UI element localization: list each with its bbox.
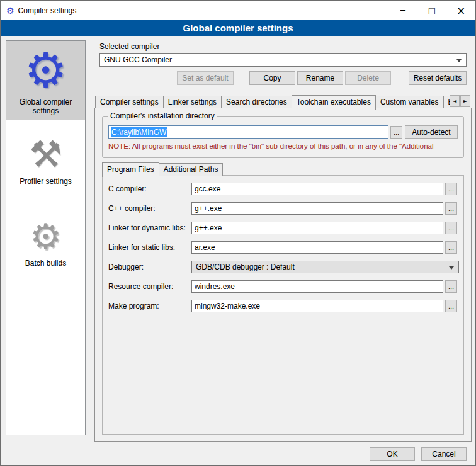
installation-directory-row: C:\raylib\MinGW ... Auto-detect [108,125,458,139]
tab-custom-variables[interactable]: Custom variables [375,96,444,108]
sidebar-item-global-compiler-settings[interactable]: ⚙ Global compiler settings [6,41,85,120]
tab-compiler-settings[interactable]: Compiler settings [95,96,164,108]
chevron-down-icon [456,59,462,62]
browse-directory-button[interactable]: ... [390,126,402,139]
field-row-dynamic-linker: Linker for dynamic libs: ... [108,222,459,234]
auto-detect-button[interactable]: Auto-detect [405,125,458,139]
debugger-dropdown[interactable]: GDB/CDB debugger : Default [191,261,459,273]
debugger-value: GDB/CDB debugger : Default [196,263,295,271]
sidebar-item-profiler-settings[interactable]: ⚒ Profiler settings [6,120,85,191]
browse-button[interactable]: ... [445,241,457,254]
note-text: NOTE: All programs must exist either in … [108,142,434,150]
cancel-button[interactable]: Cancel [421,447,467,461]
browse-button[interactable]: ... [445,300,457,312]
static-linker-input[interactable] [191,241,443,254]
field-row-resource-compiler: Resource compiler: ... [108,280,459,293]
selected-compiler-dropdown[interactable]: GNU GCC Compiler [99,53,467,67]
profiler-icon: ⚒ [8,132,84,177]
selected-compiler-value: GNU GCC Compiler [104,55,172,64]
tab-scroll-left-button[interactable]: ◄ [450,95,460,107]
tab-program-files[interactable]: Program Files [102,162,159,177]
field-row-make-program: Make program: ... [108,300,459,312]
delete-button[interactable]: Delete [345,71,391,85]
tab-linker-settings[interactable]: Linker settings [163,96,222,108]
field-row-c-compiler: C compiler: ... [108,183,459,195]
titlebar: ⚙ Compiler settings ─ □ × [1,1,475,20]
dynamic-linker-input[interactable] [191,222,443,234]
c-compiler-input[interactable] [191,183,443,195]
app-gear-icon: ⚙ [6,6,14,15]
gear-stack-icon: ⚙ [8,215,84,259]
installation-directory-group: Compiler's installation directory C:\ray… [102,116,464,158]
installation-directory-input[interactable]: C:\raylib\MinGW [108,125,388,139]
group-title: Compiler's installation directory [108,111,217,120]
tab-scroll-right-button[interactable]: ► [460,95,470,107]
compiler-settings-window: ⚙ Compiler settings ─ □ × Global compile… [0,0,476,466]
browse-button[interactable]: ... [445,222,457,234]
set-as-default-button[interactable]: Set as default [177,71,234,85]
main-tab-strip: Compiler settings Linker settings Search… [95,95,462,108]
sidebar-item-label: Profiler settings [20,177,72,186]
browse-button[interactable]: ... [445,280,457,293]
make-program-input[interactable] [191,300,443,312]
selected-text: C:\raylib\MinGW [111,127,167,137]
field-label: Linker for dynamic libs: [108,224,191,232]
field-row-static-linker: Linker for static libs: ... [108,241,459,254]
minimize-button[interactable]: ─ [388,1,417,20]
copy-button[interactable]: Copy [249,71,295,85]
selected-compiler-label: Selected compiler [99,42,159,51]
rename-button[interactable]: Rename [297,71,343,85]
field-label: Resource compiler: [108,282,191,291]
sub-tab-strip: Program Files Additional Paths [102,162,222,176]
field-label: Debugger: [108,263,191,271]
browse-button[interactable]: ... [445,202,457,215]
page-title: Global compiler settings [1,20,475,36]
window-title: Compiler settings [18,6,77,15]
field-row-debugger: Debugger: GDB/CDB debugger : Default [108,261,459,273]
field-label: Linker for static libs: [108,243,191,252]
tab-additional-paths[interactable]: Additional Paths [159,163,224,176]
tab-search-directories[interactable]: Search directories [221,96,292,108]
sidebar-item-batch-builds[interactable]: ⚙ Batch builds [6,191,85,273]
browse-button[interactable]: ... [445,183,457,195]
field-label: C++ compiler: [108,204,191,213]
field-label: C compiler: [108,185,191,193]
field-label: Make program: [108,302,191,310]
chevron-down-icon [449,266,454,270]
tab-toolchain-executables[interactable]: Toolchain executables [292,95,376,110]
maximize-button[interactable]: □ [417,1,446,20]
close-button[interactable]: × [446,1,475,20]
field-row-cpp-compiler: C++ compiler: ... [108,202,459,215]
resource-compiler-input[interactable] [191,280,443,293]
window-controls: ─ □ × [388,1,475,20]
cpp-compiler-input[interactable] [191,202,443,215]
reset-defaults-button[interactable]: Reset defaults [409,71,467,85]
settings-category-list: ⚙ Global compiler settings ⚒ Profiler se… [6,40,86,435]
sidebar-item-label: Global compiler settings [20,98,72,115]
ok-button[interactable]: OK [370,447,415,461]
gear-icon: ⚙ [8,43,84,98]
sidebar-item-label: Batch builds [25,259,66,268]
